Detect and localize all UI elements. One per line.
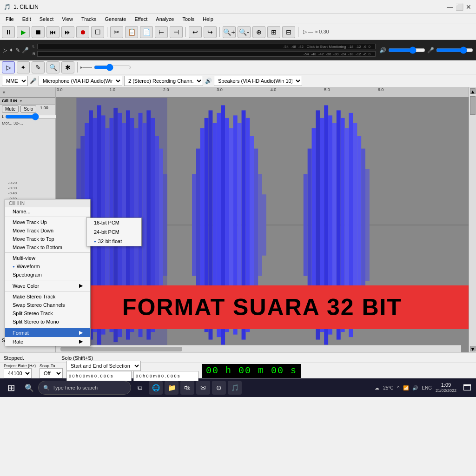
ctx-move-bottom[interactable]: Move Track to Bottom [5, 243, 90, 251]
skip-end-button[interactable]: ⏭ [61, 26, 74, 38]
zoom-tool[interactable]: 🔍 [46, 61, 60, 73]
select-tool-icon[interactable]: ▷ [3, 47, 7, 53]
ctx-move-up[interactable]: Move Track Up [5, 218, 90, 226]
ctx-multiview[interactable]: Multi-view [5, 254, 90, 262]
ctx-move-top[interactable]: Move Track to Top [5, 235, 90, 243]
minimize-button[interactable]: — [446, 3, 454, 11]
scrollbar-thumb[interactable] [470, 96, 476, 115]
ctx-wave-color[interactable]: Wave Color ▶ [5, 281, 90, 290]
menu-analyze[interactable]: Analyze [152, 15, 178, 23]
multi-tool[interactable]: ✱ [61, 61, 74, 73]
pencil-tool[interactable]: ✎ [32, 61, 45, 73]
draw-tool-icon[interactable]: ✎ [15, 47, 20, 53]
wave-color-arrow: ▶ [79, 283, 83, 289]
system-clock[interactable]: 1:09 21/02/2022 [436, 382, 456, 394]
paste-tool[interactable]: 📄 [140, 26, 153, 38]
taskbar-app2-icon[interactable]: 🎵 [228, 381, 242, 395]
play-button[interactable]: ▶ [17, 26, 30, 38]
sub-16bit[interactable]: 16-bit PCM [86, 218, 141, 227]
output-device-select[interactable]: Speakers (VIA HD Audio(Win 10)) [214, 76, 302, 86]
record-button[interactable]: ⏺ [76, 26, 89, 38]
ctx-rate[interactable]: Rate ▶ [5, 337, 90, 346]
trim-tool[interactable]: ⊢ [155, 26, 168, 38]
playback-speed-slider[interactable] [94, 65, 131, 70]
maximize-button[interactable]: ⬜ [456, 3, 463, 11]
cut-tool[interactable]: ✂ [110, 26, 123, 38]
speaker-icon[interactable]: 🔊 [379, 47, 386, 53]
output-volume-slider[interactable] [388, 47, 425, 53]
menu-file[interactable]: File [2, 15, 18, 23]
zoom-sel-button[interactable]: ⊕ [252, 26, 265, 38]
v-scrollbar[interactable]: ▲ ▼ [469, 87, 476, 352]
ctx-split-mono[interactable]: Split Stereo to Mono [5, 317, 90, 326]
menu-view[interactable]: View [58, 15, 77, 23]
input-device-select[interactable]: Microphone (VIA HD Audio(Win 10 [39, 76, 122, 86]
driver-select[interactable]: MME [2, 76, 28, 86]
taskbar-search-icon[interactable]: 🔍 [22, 381, 36, 395]
tray-up-arrow[interactable]: ^ [397, 385, 400, 390]
zoom-full-button[interactable]: ⊟ [282, 26, 295, 38]
taskbar-chrome-icon[interactable]: ⊙ [212, 381, 226, 395]
zoom-in-button[interactable]: 🔍+ [223, 26, 236, 38]
track-expand-icon[interactable]: ▼ [19, 99, 23, 103]
track-header[interactable]: Cill ll IN ▼ [0, 98, 55, 105]
speaker-output-icon: 🔊 [205, 78, 212, 84]
mute-button[interactable]: Mute [2, 106, 19, 112]
pause-button[interactable]: ⏸ [2, 26, 15, 38]
skip-start-button[interactable]: ⏮ [46, 26, 60, 38]
scroll-up-button[interactable]: ▲ [470, 88, 476, 94]
ctx-format[interactable]: Format ▶ [5, 328, 90, 337]
taskbar-mail-icon[interactable]: ✉ [196, 381, 210, 395]
notification-button[interactable]: 🗔 [460, 381, 474, 395]
selection-tool[interactable]: ▷ [2, 61, 15, 73]
h-scrollbar[interactable] [56, 345, 461, 352]
input-volume-slider[interactable] [436, 47, 473, 53]
ctx-spectrogram[interactable]: Spectrogram [5, 271, 90, 279]
ctx-swap-stereo[interactable]: Swap Stereo Channels [5, 301, 90, 309]
h-scrollbar-thumb[interactable] [60, 347, 182, 351]
taskbar-search-bar[interactable]: 🔍 Type here to search [38, 381, 131, 395]
ctx-split-stereo[interactable]: Split Stereo Track [5, 309, 90, 317]
ctx-waveform[interactable]: ●Waveform [5, 262, 90, 271]
envelope-tool[interactable]: ✦ [17, 61, 30, 73]
redo-button[interactable]: ↪ [204, 26, 217, 38]
project-rate-select[interactable]: 44100 [4, 368, 32, 378]
solo-button[interactable]: Solo [20, 106, 36, 112]
menu-edit[interactable]: Edit [19, 15, 35, 23]
taskbar-explorer-icon[interactable]: 📁 [165, 381, 178, 395]
menu-tracks[interactable]: Tracks [78, 15, 100, 23]
scroll-down-button[interactable]: ▼ [470, 346, 476, 351]
snap-select[interactable]: Off [40, 368, 63, 378]
taskbar: ⊞ 🔍 🔍 Type here to search ⧉ 🌐 📁 🛍 ✉ ⊙ 🎵 … [0, 378, 476, 397]
undo-button[interactable]: ↩ [189, 26, 202, 38]
copy-tool[interactable]: 📋 [125, 26, 138, 38]
menu-help[interactable]: Help [199, 15, 217, 23]
sub-24bit[interactable]: 24-bit PCM [86, 227, 141, 237]
selection-end-input[interactable] [133, 371, 198, 381]
menu-select[interactable]: Select [36, 15, 58, 23]
selection-mode-select[interactable]: Start and End of Selection [66, 361, 141, 371]
ctx-name[interactable]: Name... [5, 207, 90, 216]
taskbar-store-icon[interactable]: 🛍 [180, 381, 194, 395]
zoom-out-button[interactable]: 🔍- [238, 26, 251, 38]
loop-button[interactable]: ☐ [91, 26, 104, 38]
mic-icon[interactable]: 🎤 [22, 47, 29, 53]
menu-tools[interactable]: Tools [178, 15, 198, 23]
zoom-fit-button[interactable]: ⊞ [267, 26, 280, 38]
channels-select[interactable]: 2 (Stereo) Recording Chann... [124, 76, 203, 86]
menu-effect[interactable]: Effect [131, 15, 151, 23]
selection-start-input[interactable] [66, 371, 132, 381]
ctx-move-down[interactable]: Move Track Down [5, 226, 90, 235]
silence-tool[interactable]: ⊣ [170, 26, 183, 38]
taskbar-edge-icon[interactable]: 🌐 [149, 381, 163, 395]
stop-button[interactable]: ⏹ [32, 26, 45, 38]
mic-vol-icon[interactable]: 🎤 [427, 47, 434, 53]
ctx-make-stereo[interactable]: Make Stereo Track [5, 292, 90, 301]
envelope-tool-icon[interactable]: ✦ [9, 47, 13, 53]
taskbar-task-view[interactable]: ⧉ [133, 381, 147, 395]
menu-generate[interactable]: Generate [101, 15, 130, 23]
scrollbar-track[interactable] [470, 94, 476, 346]
close-button[interactable]: ✕ [465, 3, 472, 11]
sub-32bit[interactable]: ●32-bit float [86, 237, 141, 246]
start-button[interactable]: ⊞ [2, 378, 20, 397]
